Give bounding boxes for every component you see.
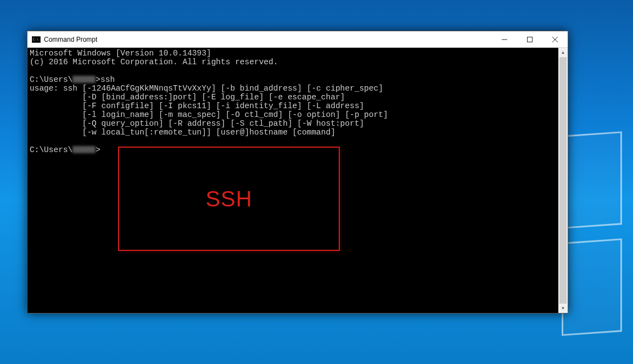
window-title: Command Prompt (44, 36, 492, 43)
minimize-button[interactable] (492, 31, 517, 47)
username-redacted (72, 146, 96, 153)
command-prompt-window: Command Prompt Microsoft Windows [Versio… (27, 31, 568, 313)
window-titlebar[interactable]: Command Prompt (27, 31, 568, 48)
prompt-path: C:\Users\ (30, 145, 72, 154)
close-button[interactable] (542, 31, 568, 47)
console-line: [-D [bind_address:]port] [-E log_file] [… (30, 93, 345, 102)
console-line: [-F configfile] [-I pkcs11] [-i identity… (30, 102, 364, 110)
console-output[interactable]: Microsoft Windows [Version 10.0.14393] (… (27, 48, 558, 313)
scroll-track[interactable] (558, 57, 568, 304)
vertical-scrollbar[interactable]: ▲ ▼ (558, 48, 568, 313)
ssh-annotation-label: SSH (205, 194, 252, 203)
console-line: [-Q query_option] [-R address] [-S ctl_p… (30, 119, 364, 128)
console-area: Microsoft Windows [Version 10.0.14393] (… (27, 48, 568, 313)
console-line: (c) 2016 Microsoft Corporation. All righ… (30, 58, 278, 66)
scroll-up-arrow-icon[interactable]: ▲ (558, 48, 568, 57)
console-line: [-l login_name] [-m mac_spec] [-O ctl_cm… (30, 110, 388, 119)
username-redacted (72, 76, 96, 83)
console-line: [-w local_tun[:remote_tun]] [user@]hostn… (30, 128, 335, 137)
maximize-button[interactable] (517, 31, 542, 47)
prompt-command: >ssh (96, 75, 115, 84)
prompt-cursor: > (96, 145, 100, 154)
ssh-annotation-box: SSH (118, 147, 340, 251)
window-controls (492, 31, 568, 47)
console-line: Microsoft Windows [Version 10.0.14393] (30, 49, 211, 58)
scroll-down-arrow-icon[interactable]: ▼ (558, 304, 568, 313)
scroll-thumb[interactable] (559, 57, 567, 304)
cmd-icon (32, 36, 41, 43)
prompt-path: C:\Users\ (30, 75, 72, 84)
console-line: usage: ssh [-1246AaCfGgKkMNnqsTtVvXxYy] … (30, 84, 383, 93)
svg-rect-1 (528, 37, 533, 42)
